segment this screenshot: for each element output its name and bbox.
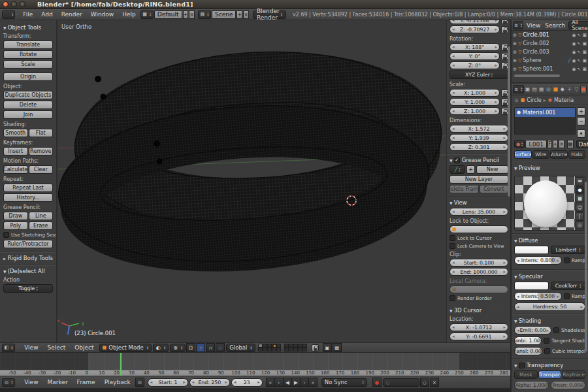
menu-marker[interactable]: Marker [44,379,72,385]
tab-halo[interactable]: Halo [568,150,586,159]
browse-material-select[interactable]: ● [514,140,525,148]
tab-render[interactable]: ▣ [525,85,531,94]
use-preview-range-toggle[interactable]: ⊙ [135,378,144,387]
preview-hair-button[interactable]: ʃ [576,212,584,221]
translate-button[interactable]: Translate [3,41,53,49]
deselect-all-panel-header[interactable]: ▼(De)select All [3,268,53,274]
tab-volume[interactable]: Volume [550,150,568,159]
next-keyframe-button[interactable]: › [300,378,309,387]
layer-toggle[interactable] [263,348,267,351]
history-button[interactable]: History... [3,193,53,202]
lock-icon[interactable] [501,26,508,33]
grease-pencil-panel-header[interactable]: ▼✓Grease Pencil [449,157,508,163]
add-scene-button[interactable]: + [237,10,242,19]
sync-mode-select[interactable]: No Sync [321,378,367,387]
play-reverse-button[interactable]: ◀ [283,378,292,387]
previous-keyframe-button[interactable]: ‹ [274,378,284,387]
tab-modifiers[interactable]: + [566,85,573,94]
object-name[interactable]: Circle.003 [523,49,570,55]
transform-orientation-select[interactable]: Global [226,344,255,352]
gp-draw-button[interactable]: Draw [3,212,28,220]
delete-keyframes-button[interactable]: × [430,378,439,387]
tab-render-layers[interactable]: ▤ [531,85,538,94]
add-slot-button[interactable]: + [577,107,585,116]
preview-world-button[interactable]: ◎ [576,221,584,230]
specular-color-swatch[interactable] [514,282,549,290]
expand-icon[interactable]: ⊕ [513,50,517,55]
gp-add-button[interactable]: + [466,165,475,174]
layer-toggle[interactable] [284,348,289,351]
jump-to-end-button[interactable]: » [308,378,318,387]
remove-keyframe-button[interactable]: Remove [29,147,54,155]
gp-poly-button[interactable]: Poly [3,221,28,230]
preview-monkey-button[interactable]: ☺ [576,204,584,212]
layer-toggle[interactable] [289,348,293,351]
menu-render[interactable]: Render [57,11,86,18]
menu-view[interactable]: View [20,379,42,385]
shadeless-checkbox[interactable] [553,327,559,333]
object-name[interactable]: Circle.001 [523,32,570,38]
gp-new-button[interactable]: New [476,165,508,174]
selectability-icon[interactable]: ↖ [578,41,581,46]
delete-layout-button[interactable]: × [189,10,195,19]
duplicate-objects-button[interactable]: Duplicate Objects [3,91,53,99]
ambient-slider[interactable]: Ambi: 1.000 [514,336,542,345]
selectability-icon[interactable]: ↖ [578,50,581,55]
outliner-row-circle-002[interactable]: ⊕ ▽ Circle.002 ◉ ↖ ▣ [512,39,588,48]
visibility-eye-icon[interactable]: ◉ [572,58,576,63]
menu-add[interactable]: Add [37,11,56,18]
lock-camera-checkbox[interactable] [449,243,455,249]
frame-start-field[interactable]: Start: 1 [148,378,188,387]
render-border-checkbox[interactable] [449,295,455,301]
diffuse-color-swatch[interactable] [514,246,549,254]
gp-delete-frame-button[interactable]: Delete Frame [449,185,479,193]
repeat-last-button[interactable]: Repeat Last [3,184,53,192]
outliner-row-circle-003[interactable]: ⊕ ▽ Circle.003 ◉ ↖ ▣ [512,48,588,56]
tab-mask[interactable]: Mask [514,370,538,379]
menu-file[interactable]: File [19,11,37,18]
screen-layout-icon[interactable]: ▦ [140,10,154,19]
breadcrumb-material[interactable]: Materia [554,97,574,103]
diffuse-ramp-checkbox[interactable] [564,257,570,263]
hardness-slider[interactable]: Hardness: 50 [514,302,585,311]
jump-to-start-button[interactable]: « [266,378,275,387]
location-z-field[interactable]: Z: -0.70927 [449,25,500,33]
nodes-toggle[interactable]: ▦ [567,140,574,148]
rotation-mode-select[interactable]: XYZ Euler [449,71,508,79]
rotate-button[interactable]: Rotate [3,50,53,59]
render-engine-select[interactable]: Blender Render [253,10,286,19]
material-slot-active[interactable]: ● Material.001 [515,108,575,117]
layer-toggle[interactable] [267,348,272,351]
material-slot-list[interactable]: ● Material.001 [514,107,576,135]
delete-button[interactable]: Delete [3,101,53,109]
new-material-button[interactable]: + [553,140,559,148]
calculate-paths-button[interactable]: Calculate [3,165,28,174]
insert-keyframe-button[interactable]: Insert [3,147,28,155]
menu-object[interactable]: Object [71,344,97,351]
expand-icon[interactable]: ⊕ [513,58,517,63]
delete-scene-button[interactable]: × [243,10,249,19]
scale-button[interactable]: Scale [3,60,53,69]
remove-slot-button[interactable]: − [577,117,585,125]
fake-user-button[interactable]: F [547,140,552,148]
diffuse-shader-select[interactable]: Lambert [551,246,585,254]
renderability-icon[interactable]: ▣ [582,41,587,46]
view-panel-header[interactable]: ▼View [449,199,508,206]
viewport-3d[interactable]: y x User Ortho (23) Circle.001 [57,20,446,342]
specular-shader-select[interactable]: CookTorr [551,282,585,290]
expand-icon[interactable]: ⊕ [513,33,517,38]
clear-paths-button[interactable]: Clear [29,165,54,174]
scene-browse-icon[interactable]: ▤ [198,10,211,19]
editor-type-selector[interactable]: ≡ [513,21,523,29]
translucency-slider[interactable]: Transl: 0.000 [514,347,542,355]
manipulator-scale-toggle[interactable]: ◇ [216,343,225,352]
current-frame-field[interactable]: 23 [231,378,263,387]
scale-y-field[interactable]: Y: 1.000 [449,98,500,106]
tangent-shading-checkbox[interactable] [544,338,549,344]
slot-specials-button[interactable]: ▾ [577,129,585,138]
gp-new-layer-button[interactable]: New Layer [449,175,508,184]
unlink-material-button[interactable]: × [559,140,564,148]
fresnel-slider[interactable]: Fresn: 0.000 [551,381,585,389]
gp-draw-mode-select[interactable]: ╱ [449,165,465,174]
rotation-z-field[interactable]: Z: 0° [449,61,500,69]
